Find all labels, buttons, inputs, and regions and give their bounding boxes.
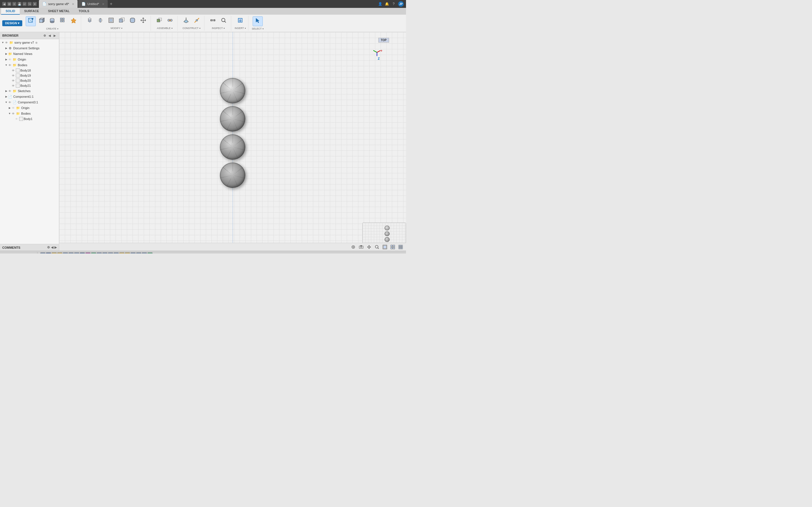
combine-button[interactable] <box>117 16 127 25</box>
pan-btn[interactable] <box>366 244 372 250</box>
timeline-item-8[interactable] <box>80 252 85 254</box>
inspect-icon-btn[interactable] <box>218 16 229 25</box>
tree-document-settings[interactable]: ▶ ⚙ Document Settings <box>0 45 59 51</box>
menu-icon[interactable]: ≡ <box>12 2 16 6</box>
timeline-item-11[interactable] <box>97 252 102 254</box>
tree-named-views[interactable]: ▶ 📁 Named Views <box>0 51 59 57</box>
timeline-item-14[interactable] <box>114 252 119 254</box>
notification-icon[interactable]: 🔔 <box>385 2 389 6</box>
tree-root[interactable]: ▼ 👁 📁 sorry game v7 ⊕ <box>0 40 59 45</box>
timeline-item-7[interactable] <box>74 252 79 254</box>
tree-body18[interactable]: ▶ 👁 Body18 <box>0 68 59 73</box>
inspect-label[interactable]: INSPECT ▾ <box>212 27 225 30</box>
tab-solid[interactable]: SOLID <box>1 8 20 15</box>
timeline-play-btn[interactable]: ▶ <box>16 252 21 254</box>
timeline-item-16[interactable] <box>125 252 130 254</box>
timeline-item-18[interactable] <box>136 252 141 254</box>
timeline-next-btn[interactable]: ▶▶ <box>22 252 28 254</box>
timeline-item-5[interactable] <box>63 252 68 254</box>
tab-close-icon2[interactable]: ✕ <box>102 3 104 6</box>
redo-icon[interactable]: ↪ <box>28 2 32 6</box>
add-tab-button[interactable]: + <box>108 0 114 8</box>
timeline-item-15[interactable] <box>119 252 124 254</box>
plane-button[interactable] <box>181 16 191 25</box>
joint-button[interactable] <box>165 16 175 25</box>
origin-eye-icon[interactable]: 👁 <box>8 57 12 61</box>
insert-button[interactable] <box>235 16 245 25</box>
body18-eye-icon[interactable]: 👁 <box>11 68 15 72</box>
body21-eye-icon[interactable]: 👁 <box>11 83 15 88</box>
settings-btn[interactable] <box>350 244 356 250</box>
create-label[interactable]: CREATE ▾ <box>46 27 58 30</box>
timeline-item-1[interactable] <box>40 252 45 254</box>
tab-surface[interactable]: SURFACE <box>20 8 44 15</box>
history-icon[interactable]: ▾ <box>33 2 37 6</box>
timeline-start-btn[interactable]: ⏮ <box>2 252 7 254</box>
bodies-eye-icon[interactable]: 👁 <box>8 63 12 67</box>
back-icon[interactable]: ◀ <box>2 2 6 6</box>
create-box-button[interactable] <box>36 17 47 26</box>
tab-untitled[interactable]: 📄 Untitled* ✕ <box>78 0 108 8</box>
tree-origin[interactable]: ▶ 👁 📁 Origin <box>0 57 59 62</box>
body1-eye-icon[interactable]: 👁 <box>15 117 18 121</box>
view-mode-btn[interactable] <box>382 244 388 250</box>
timeline-item-3[interactable] <box>52 252 57 254</box>
modify-label[interactable]: MODIFY ▾ <box>110 27 122 30</box>
fillet-button[interactable] <box>128 16 138 25</box>
undo-icon[interactable]: ↩ <box>22 2 27 6</box>
axis-button[interactable] <box>192 16 202 25</box>
tab-sorry-game[interactable]: 📄 sorry game v8* ✕ <box>39 0 78 8</box>
grid-btn[interactable] <box>398 244 404 250</box>
viewport[interactable]: TOP X Z <box>59 32 406 251</box>
save-icon[interactable]: 💾 <box>17 2 21 6</box>
tree-body20[interactable]: ▶ 👁 Body20 <box>0 78 59 83</box>
move-button[interactable] <box>138 16 148 25</box>
body19-eye-icon[interactable]: 👁 <box>11 73 15 77</box>
assemble-label[interactable]: ASSEMBLE ▾ <box>157 27 172 30</box>
tree-comp3-origin[interactable]: ▶ 👁 📁 Origin <box>0 105 59 111</box>
timeline-item-13[interactable] <box>108 252 113 254</box>
comments-collapse-icon[interactable]: ◀ <box>51 245 53 249</box>
display-btn[interactable] <box>390 244 396 250</box>
create-cylinder-button[interactable] <box>47 17 57 26</box>
tree-component1[interactable]: ▶ 📄 Component1:1 <box>0 94 59 100</box>
timeline-end-btn[interactable]: ⏭ <box>29 252 35 254</box>
browser-collapse-icon[interactable]: ◀ <box>48 34 52 38</box>
timeline-item-19[interactable] <box>142 252 147 254</box>
timeline-item-9[interactable] <box>86 252 91 254</box>
comments-expand-icon[interactable]: ▶ <box>54 245 57 249</box>
design-button[interactable]: DESIGN ▾ <box>2 20 22 26</box>
measure-button[interactable] <box>208 16 218 25</box>
comp3-origin-eye[interactable]: 👁 <box>11 106 15 110</box>
user-icon[interactable]: 👤 <box>378 2 382 6</box>
revolve-button[interactable] <box>95 16 105 25</box>
sketches-eye-icon[interactable]: 👁 <box>8 89 12 93</box>
extrude-button[interactable] <box>85 16 95 25</box>
tree-body21[interactable]: ▶ 👁 Body21 <box>0 83 59 88</box>
tree-body19[interactable]: ▶ 👁 Body19 <box>0 73 59 78</box>
timeline-item-6[interactable] <box>68 252 73 254</box>
insert-label[interactable]: INSERT ▾ <box>235 27 246 30</box>
sphere-2[interactable] <box>220 106 245 131</box>
create-pattern-button[interactable] <box>58 17 68 26</box>
tree-sketches[interactable]: ▶ 👁 📁 Sketches <box>0 88 59 94</box>
tree-comp3-bodies[interactable]: ▼ 👁 📁 Bodies <box>0 111 59 116</box>
timeline-item-2[interactable] <box>46 252 51 254</box>
comp3-eye-icon[interactable]: 👁 <box>8 100 12 104</box>
tab-tools[interactable]: TOOLS <box>74 8 94 15</box>
shell-button[interactable] <box>106 16 116 25</box>
body20-eye-icon[interactable]: 👁 <box>11 78 15 82</box>
camera-btn[interactable] <box>358 244 364 250</box>
timeline-item-12[interactable] <box>102 252 107 254</box>
new-component-button[interactable] <box>154 16 164 25</box>
tree-body1[interactable]: ▶ 👁 Body1 <box>0 116 59 121</box>
tab-close-icon[interactable]: ✕ <box>72 3 74 6</box>
axis-top-label[interactable]: TOP <box>378 38 389 43</box>
comments-settings-icon[interactable]: ⚙ <box>47 245 50 249</box>
timeline-prev-btn[interactable]: ◀ <box>9 252 14 254</box>
tab-sheet-metal[interactable]: SHEET METAL <box>43 8 74 15</box>
sphere-1[interactable] <box>220 78 245 103</box>
help-icon[interactable]: ? <box>391 2 396 6</box>
timeline-item-17[interactable] <box>131 252 136 254</box>
create-sketch-button[interactable] <box>26 16 36 26</box>
